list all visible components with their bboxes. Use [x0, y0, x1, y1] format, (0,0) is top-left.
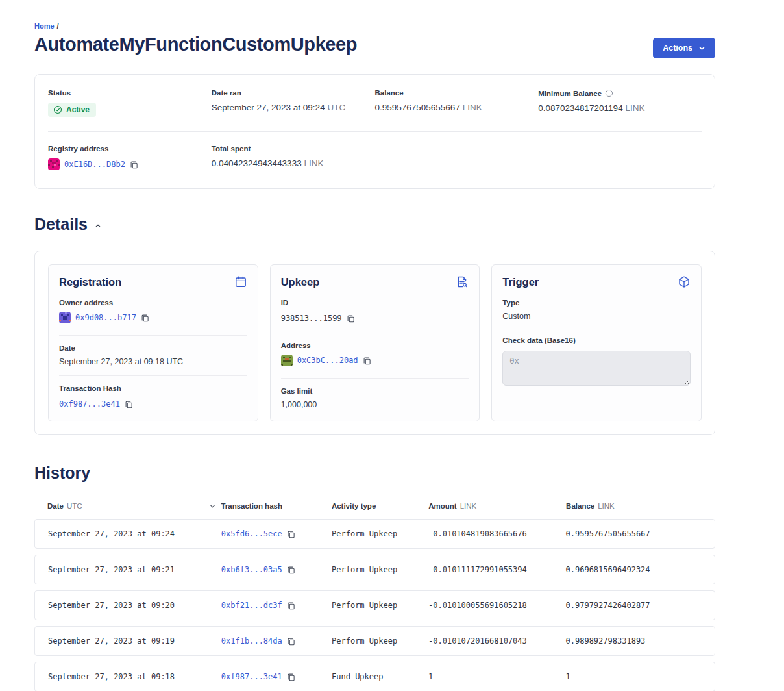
cell-date: September 27, 2023 at 09:21 [48, 565, 221, 574]
tx-hash-link[interactable]: 0xb6f3...03a5 [221, 565, 282, 574]
balance-column-label: Balance [566, 502, 594, 510]
date-column-label: Date [47, 502, 64, 510]
owner-identicon-avatar [59, 312, 71, 323]
date-ran-text: September 27, 2023 at 09:24 [212, 103, 325, 112]
registration-tx-label: Transaction Hash [59, 384, 247, 392]
upkeep-address: 0xC3bC...20ad [281, 355, 371, 366]
balance-field: Balance 0.9595767505655667 LINK [375, 89, 539, 117]
cell-activity: Fund Upkeep [332, 672, 428, 681]
breadcrumb-home-link[interactable]: Home [34, 22, 55, 30]
registration-tx: 0xf987...3e41 [59, 399, 133, 408]
details-collapse-toggle[interactable] [93, 221, 103, 231]
table-row: September 27, 2023 at 09:20 0xbf21...dc3… [34, 590, 715, 620]
trigger-type-value: Custom [502, 312, 691, 321]
owner-address: 0x9d08...b717 [59, 312, 149, 323]
upkeep-address-label: Address [281, 342, 469, 349]
cell-tx: 0xb6f3...03a5 [221, 565, 332, 574]
total-spent-value: 0.04042324943443333 LINK [212, 158, 375, 168]
balance-value: 0.9595767505655667 LINK [375, 103, 539, 112]
upkeep-detail-page: Home / AutomateMyFunctionCustomUpkeep Ac… [34, 0, 715, 691]
owner-address-link[interactable]: 0x9d08...b717 [75, 313, 136, 322]
cell-balance: 0.9595767505655667 [566, 529, 702, 538]
upkeep-card: Upkeep ID 938513...1599 Address 0xC3bC..… [270, 264, 480, 421]
history-heading-text: History [34, 464, 90, 483]
registration-card: Registration Owner address 0x9d08...b717… [48, 264, 258, 421]
check-data-textarea[interactable] [502, 351, 691, 386]
actions-button[interactable]: Actions [653, 38, 715, 58]
cell-amount: 1 [428, 672, 565, 681]
page-title: AutomateMyFunctionCustomUpkeep [34, 34, 357, 55]
summary-row-1: Status Active Date ran September 27, 202… [48, 89, 702, 117]
gas-limit-value: 1,000,000 [281, 400, 469, 409]
cell-amount: -0.010100055691605218 [428, 601, 565, 610]
copy-icon[interactable] [130, 160, 138, 169]
upkeep-identicon-avatar [281, 355, 293, 366]
registration-header: Registration [59, 275, 247, 288]
registration-title: Registration [59, 276, 121, 288]
date-ran-field: Date ran September 27, 2023 at 09:24 UTC [212, 89, 375, 117]
balance-unit: LINK [463, 103, 482, 112]
trigger-type-label: Type [502, 299, 691, 307]
cell-activity: Perform Upkeep [332, 601, 428, 610]
tx-hash-link[interactable]: 0x1f1b...84da [221, 636, 282, 646]
min-balance-field: Minimum Balance 0.0870234817201194 LINK [538, 89, 702, 117]
activity-column-label: Activity type [332, 502, 376, 510]
divider [281, 378, 469, 379]
amount-column-label: Amount [428, 502, 456, 510]
upkeep-header: Upkeep [281, 275, 469, 288]
divider [281, 333, 469, 333]
divider [59, 375, 247, 376]
copy-icon[interactable] [125, 400, 133, 408]
cube-icon [678, 275, 691, 288]
divider [59, 335, 247, 336]
cell-amount: -0.010104819083665676 [428, 529, 565, 538]
column-header-date[interactable]: Date UTC [47, 502, 221, 510]
copy-icon[interactable] [141, 314, 149, 322]
summary-divider [48, 131, 702, 132]
upkeep-id-value: 938513...1599 [281, 314, 342, 323]
registry-label: Registry address [48, 145, 212, 153]
copy-icon[interactable] [363, 357, 371, 365]
breadcrumb: Home / [34, 22, 715, 30]
copy-icon[interactable] [287, 637, 295, 646]
details-heading-text: Details [34, 215, 88, 234]
registration-date-label: Date [59, 344, 247, 352]
sort-descending-icon [210, 503, 215, 509]
registration-tx-link[interactable]: 0xf987...3e41 [59, 399, 120, 408]
status-badge: Active [48, 103, 96, 117]
table-row: September 27, 2023 at 09:19 0x1f1b...84d… [34, 626, 715, 656]
copy-icon[interactable] [287, 566, 295, 574]
tx-hash-link[interactable]: 0xbf21...dc3f [221, 601, 282, 610]
cell-amount: -0.010107201668107043 [428, 636, 565, 646]
cell-activity: Perform Upkeep [332, 565, 428, 574]
history-table-header: Date UTC Transaction hash Activity type … [34, 502, 715, 510]
table-row: September 27, 2023 at 09:21 0xb6f3...03a… [34, 555, 715, 584]
cell-activity: Perform Upkeep [332, 529, 428, 538]
copy-icon[interactable] [287, 530, 295, 538]
upkeep-id-label: ID [281, 299, 469, 307]
tx-hash-link[interactable]: 0x5fd6...5ece [221, 529, 282, 538]
breadcrumb-separator: / [57, 22, 59, 30]
balance-label: Balance [375, 89, 539, 97]
cell-tx: 0x5fd6...5ece [221, 529, 332, 538]
cell-tx: 0x1f1b...84da [221, 636, 332, 646]
copy-icon[interactable] [287, 601, 295, 610]
copy-icon[interactable] [287, 673, 295, 681]
chevron-up-icon [95, 223, 101, 229]
column-header-balance: Balance LINK [566, 502, 702, 510]
copy-icon[interactable] [347, 314, 355, 323]
registry-address-link[interactable]: 0xE16D...D8b2 [64, 160, 125, 169]
total-spent-amount: 0.04042324943443333 [212, 158, 302, 168]
column-header-activity: Activity type [332, 502, 428, 510]
tx-hash-link[interactable]: 0xf987...3e41 [221, 672, 282, 681]
total-spent-unit: LINK [304, 158, 323, 168]
cell-balance: 0.9797927426402877 [566, 601, 702, 610]
cell-tx: 0xbf21...dc3f [221, 601, 332, 610]
upkeep-address-link[interactable]: 0xC3bC...20ad [297, 356, 358, 365]
balance-column-unit: LINK [598, 502, 615, 510]
info-icon[interactable] [605, 89, 613, 97]
balance-amount: 0.9595767505655667 [375, 103, 460, 112]
history-table: Date UTC Transaction hash Activity type … [34, 502, 715, 691]
chevron-down-icon [698, 45, 705, 52]
trigger-header: Trigger [502, 275, 691, 288]
